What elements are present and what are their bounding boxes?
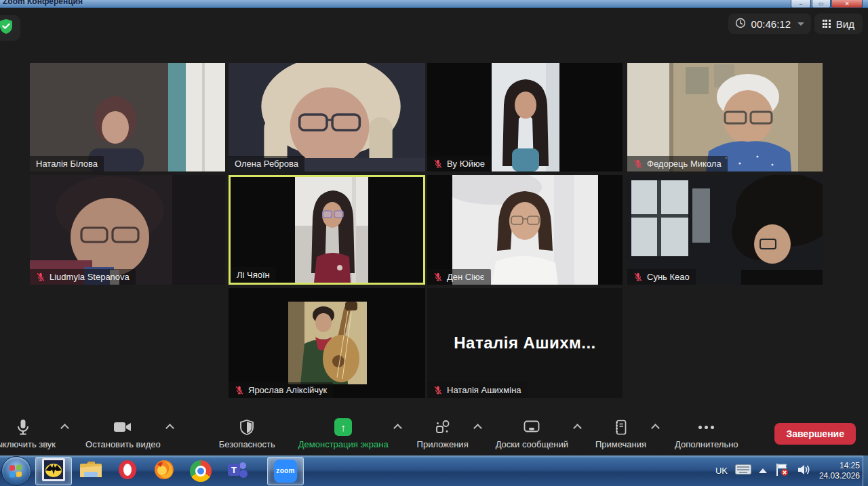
zoom-icon: zoom <box>274 460 297 483</box>
more-label: Дополнительно <box>675 439 738 449</box>
clock-date: 24.03.2026 <box>819 471 860 481</box>
show-hidden-icons-arrow[interactable] <box>759 468 767 473</box>
taskbar-app-opera[interactable] <box>110 458 145 485</box>
share-screen-icon: ↑ <box>334 418 352 436</box>
participant-nameplate: Наталія Ашихміна <box>427 382 528 398</box>
window-title: Zoom Конференция <box>3 0 83 6</box>
video-tile[interactable]: Ярослав Аліксійчук <box>229 288 425 398</box>
zoom-toolbar: Выключить звук Остановить видео Безопасн… <box>0 412 868 455</box>
view-label: Вид <box>836 18 854 30</box>
video-tile[interactable]: Наталія Білова <box>30 63 225 171</box>
video-tile[interactable]: Сунь Кеао <box>627 175 823 285</box>
participant-video <box>452 175 598 285</box>
participant-video <box>30 63 225 171</box>
apps-options-chevron-icon[interactable] <box>475 425 481 431</box>
stop-video-button[interactable]: Остановить видео <box>85 418 161 449</box>
end-meeting-button[interactable]: Завершение <box>774 423 856 445</box>
close-button[interactable]: ✕ <box>831 0 863 8</box>
whiteboards-button[interactable]: Доски сообщений <box>496 418 568 449</box>
chrome-icon <box>190 460 212 482</box>
share-screen-button[interactable]: ↑ Демонстрация экрана <box>298 418 389 449</box>
participant-name: Олена Реброва <box>235 159 298 169</box>
mute-options-chevron-icon[interactable] <box>62 425 68 431</box>
taskbar-clock[interactable]: 14:25 24.03.2026 <box>819 461 860 481</box>
taskbar-app-the-bat[interactable] <box>35 457 72 485</box>
timer-value: 00:46:12 <box>751 18 791 30</box>
share-options-chevron-icon[interactable] <box>395 425 401 431</box>
muted-mic-icon <box>633 272 643 282</box>
teams-icon: T <box>226 459 248 483</box>
security-label: Безопасность <box>219 439 275 449</box>
clock-icon <box>735 18 746 31</box>
action-center-flag-icon[interactable] <box>774 463 789 479</box>
maximize-button[interactable]: ▭ <box>812 0 831 8</box>
more-options-icon <box>698 418 714 436</box>
participant-name: Лі Чяоїн <box>237 270 270 280</box>
participant-video <box>30 175 225 285</box>
shield-icon <box>240 418 254 436</box>
zoom-meeting-window: Zoom Конференция – ▭ ✕ 00:46:12 Вид <box>0 0 868 486</box>
taskbar-app-firefox[interactable] <box>146 458 182 485</box>
taskbar-app-zoom[interactable]: zoom <box>267 457 304 485</box>
participant-nameplate: Федорець Микола <box>627 156 728 171</box>
participant-name: Наталія Білова <box>36 159 98 169</box>
minimize-button[interactable]: – <box>791 0 811 8</box>
more-button[interactable]: Дополнительно <box>675 418 738 449</box>
camera-icon <box>114 418 132 436</box>
apps-icon <box>435 418 450 436</box>
windows-logo-icon <box>9 464 22 477</box>
meeting-info-button[interactable] <box>0 15 20 41</box>
participant-nameplate: Ден Сіює <box>427 269 491 285</box>
whiteboards-label: Доски сообщений <box>496 439 568 449</box>
participant-video <box>627 175 823 285</box>
participant-name: Ярослав Аліксійчук <box>248 385 327 395</box>
opera-icon <box>117 459 138 483</box>
keyboard-icon[interactable] <box>735 464 751 477</box>
volume-icon[interactable] <box>797 464 812 479</box>
language-indicator[interactable]: UK <box>715 466 728 476</box>
window-titlebar: Zoom Конференция <box>0 0 868 8</box>
whiteboards-options-chevron-icon[interactable] <box>574 425 580 431</box>
the-bat-icon <box>42 458 65 484</box>
notes-icon <box>614 418 627 436</box>
taskbar-app-chrome[interactable] <box>183 458 218 485</box>
system-tray: UK 14:25 24.03.2026 <box>715 455 860 486</box>
participant-nameplate: Лі Чяоїн <box>231 267 276 283</box>
apps-button[interactable]: Приложения <box>417 418 469 449</box>
video-tile[interactable]: Олена Реброва <box>229 63 425 171</box>
participant-nameplate: Сунь Кеао <box>627 269 696 285</box>
video-options-chevron-icon[interactable] <box>167 425 173 431</box>
taskbar-app-teams[interactable]: T <box>220 458 255 485</box>
video-tile[interactable]: Ден Сіює <box>427 175 623 285</box>
video-tile-active-speaker[interactable]: Лі Чяоїн <box>229 175 425 285</box>
video-tile[interactable]: Ву Юйюе <box>427 63 623 171</box>
mute-label: Выключить звук <box>0 439 56 449</box>
taskbar-app-explorer[interactable] <box>73 458 108 485</box>
video-tile[interactable]: Liudmyla Stepanova <box>30 175 225 285</box>
security-button[interactable]: Безопасность <box>219 418 275 449</box>
video-tile[interactable]: Федорець Микола <box>627 63 823 171</box>
notes-label: Примечания <box>595 439 646 449</box>
explorer-folder-icon <box>79 460 103 483</box>
show-desktop-button[interactable] <box>863 455 868 486</box>
microphone-icon <box>16 418 30 436</box>
view-button[interactable]: Вид <box>814 14 863 34</box>
participant-nameplate: Liudmyla Stepanova <box>30 269 136 285</box>
notes-options-chevron-icon[interactable] <box>652 425 658 431</box>
mute-button[interactable]: Выключить звук <box>0 418 56 449</box>
muted-mic-icon <box>433 159 443 169</box>
share-screen-label: Демонстрация экрана <box>298 439 389 449</box>
start-button[interactable] <box>1 456 31 486</box>
whiteboard-icon <box>524 418 540 436</box>
video-tile-camera-off[interactable]: Наталія Ашихм... Наталія Ашихміна <box>427 288 623 398</box>
participant-video <box>492 63 559 171</box>
participant-nameplate: Олена Реброва <box>229 156 304 171</box>
participant-display-name: Наталія Ашихм... <box>427 288 623 398</box>
timer-dropdown-chevron-icon[interactable] <box>797 22 804 26</box>
participant-name: Федорець Микола <box>647 159 722 169</box>
participant-video <box>229 63 425 171</box>
participant-name: Ден Сіює <box>447 272 485 282</box>
muted-mic-icon <box>433 385 443 395</box>
meeting-timer[interactable]: 00:46:12 <box>728 14 811 34</box>
notes-button[interactable]: Примечания <box>595 418 646 449</box>
